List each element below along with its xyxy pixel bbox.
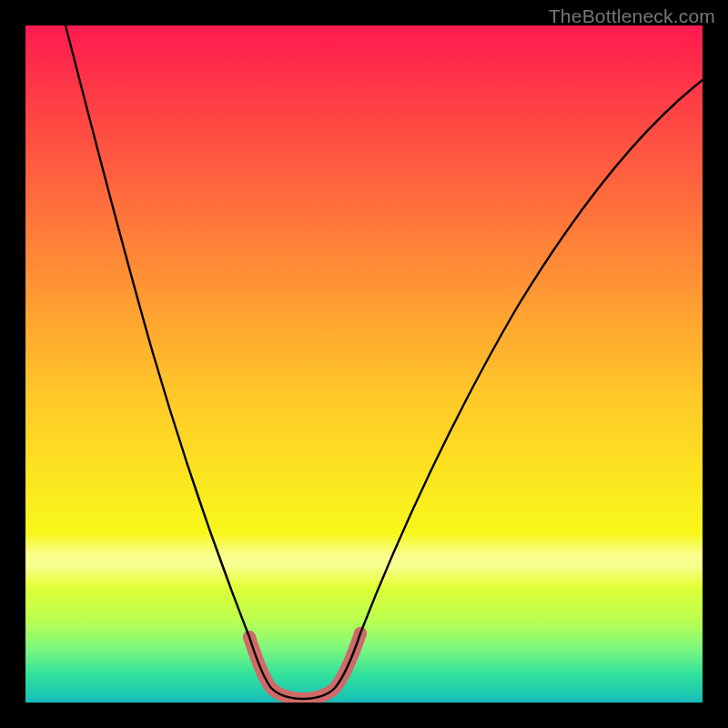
bottleneck-curve-path bbox=[66, 25, 703, 699]
curve-svg bbox=[25, 25, 703, 703]
watermark-text: TheBottleneck.com bbox=[549, 5, 715, 27]
plot-area bbox=[25, 25, 703, 703]
highlight-segment bbox=[249, 633, 360, 699]
chart-frame: TheBottleneck.com bbox=[0, 0, 728, 728]
